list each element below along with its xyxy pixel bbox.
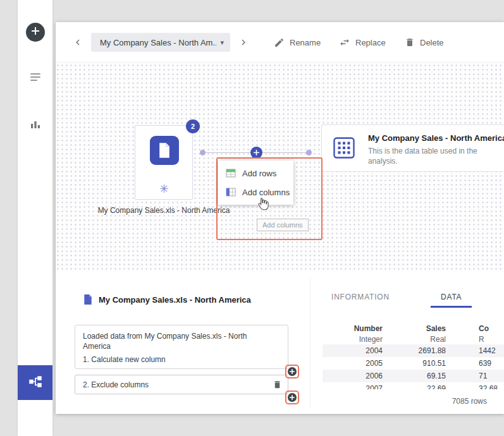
tab-information[interactable]: INFORMATION <box>331 293 390 301</box>
table-cell: 22.69 <box>383 382 446 389</box>
table-cell: 1442 <box>479 344 504 357</box>
table-cell: 71 <box>479 370 504 382</box>
pencil-icon <box>274 37 285 48</box>
sidebar-item-data-canvas[interactable] <box>18 365 52 400</box>
sidebar <box>18 0 52 436</box>
plus-icon <box>30 26 40 39</box>
table-cell: 910.51 <box>383 357 446 370</box>
table-row: 2004 2691.88 1442 <box>323 344 504 357</box>
connection-port-icon <box>200 150 206 155</box>
data-canvas-panel: My Company Sales - North Am... ▾ Rename … <box>56 22 504 414</box>
app-screen: My Company Sales - North Am... ▾ Rename … <box>0 0 504 436</box>
sidebar-item-visualizations[interactable] <box>18 112 52 138</box>
document-icon <box>83 294 92 305</box>
bar-chart-icon <box>30 118 41 132</box>
column-type: Integer <box>323 334 383 344</box>
append-transformation-button[interactable] <box>285 391 299 404</box>
transformation-step-card-selected[interactable]: 2. Exclude columns <box>75 375 288 394</box>
row-count: 7085 rows <box>435 397 487 406</box>
column-type: R <box>479 334 504 344</box>
source-title: My Company Sales.xls - North America <box>99 295 251 305</box>
data-table-description: This is the data table used in the analy… <box>368 146 504 166</box>
table-cell: 32.68 <box>479 382 504 389</box>
table-cell: 639 <box>479 357 504 370</box>
menu-item-add-rows[interactable]: Add rows <box>218 164 293 183</box>
data-preview-table: Number Sales Co Integer Real R 2004 2691… <box>323 324 504 389</box>
table-cell: 2004 <box>323 344 383 357</box>
table-grid-icon <box>332 136 356 160</box>
rename-label: Rename <box>290 38 321 47</box>
column-header: Number <box>323 324 383 334</box>
add-transformation-menu: Add rows Add columns <box>218 160 293 205</box>
plus-icon <box>288 393 297 402</box>
vertical-divider <box>310 277 310 407</box>
delete-step-icon[interactable] <box>273 380 282 389</box>
add-transformation-button[interactable] <box>250 147 262 159</box>
step-description: Loaded data from My Company Sales.xls - … <box>83 331 273 351</box>
add-columns-icon <box>226 188 236 197</box>
canvas-toolbar: My Company Sales - North Am... ▾ Rename … <box>56 22 504 63</box>
menu-item-label: Add rows <box>242 169 276 178</box>
rename-button[interactable]: Rename <box>274 35 321 49</box>
dataset-dropdown-label: My Company Sales - North Am... <box>100 38 216 47</box>
table-cell: 69.15 <box>383 370 446 382</box>
table-cell: 2005 <box>323 357 383 370</box>
source-node-label: My Company Sales.xls - North America <box>85 206 243 215</box>
trash-icon <box>405 37 415 47</box>
prev-dataset-button[interactable] <box>72 37 83 48</box>
menu-item-add-columns[interactable]: Add columns <box>218 183 293 202</box>
table-row: 2007 22.69 32.68 <box>323 382 504 389</box>
add-columns-tooltip: Add columns <box>257 219 309 231</box>
embedded-data-icon <box>159 184 169 193</box>
connection-port-icon <box>306 150 312 155</box>
column-header: Co <box>479 324 504 334</box>
add-button[interactable] <box>26 23 45 42</box>
dataset-dropdown[interactable]: My Company Sales - North Am... ▾ <box>91 33 230 52</box>
chevron-down-icon: ▾ <box>220 39 224 47</box>
delete-label: Delete <box>420 38 444 47</box>
column-type: Real <box>383 334 446 344</box>
plus-icon <box>288 367 297 376</box>
data-table-node[interactable]: My Company Sales - North America This is… <box>321 124 504 172</box>
delete-button[interactable]: Delete <box>405 35 444 49</box>
swap-icon <box>339 37 350 48</box>
plus-icon <box>253 149 260 156</box>
table-cell: 2691.88 <box>383 344 446 357</box>
menu-item-label: Add columns <box>242 188 290 197</box>
step-item: 2. Exclude columns <box>83 380 273 389</box>
list-icon <box>29 71 42 86</box>
table-cell: 2006 <box>323 370 383 382</box>
table-type-row: Integer Real R <box>323 334 504 344</box>
flow-icon <box>27 373 44 392</box>
add-rows-icon <box>226 169 236 178</box>
transformation-count-badge: 2 <box>186 119 200 133</box>
table-row: 2005 910.51 639 <box>323 357 504 370</box>
transformation-step-card[interactable]: Loaded data from My Company Sales.xls - … <box>75 325 288 369</box>
file-icon <box>150 136 179 165</box>
table-header-row: Number Sales Co <box>323 324 504 334</box>
details-panel: My Company Sales.xls - North America Loa… <box>56 272 504 414</box>
data-table-title: My Company Sales - North America <box>368 133 504 143</box>
column-header: Sales <box>383 324 446 334</box>
table-row: 2006 69.15 71 <box>323 370 504 382</box>
table-cell: 2007 <box>323 382 383 389</box>
source-file-node[interactable] <box>135 125 193 200</box>
next-dataset-button[interactable] <box>238 37 249 48</box>
replace-label: Replace <box>355 38 386 47</box>
step-item: 1. Calculate new column <box>83 355 280 364</box>
replace-button[interactable]: Replace <box>339 35 386 49</box>
insert-transformation-button[interactable] <box>285 365 299 378</box>
sidebar-item-pages[interactable] <box>18 66 52 91</box>
tab-data[interactable]: DATA <box>431 293 472 308</box>
